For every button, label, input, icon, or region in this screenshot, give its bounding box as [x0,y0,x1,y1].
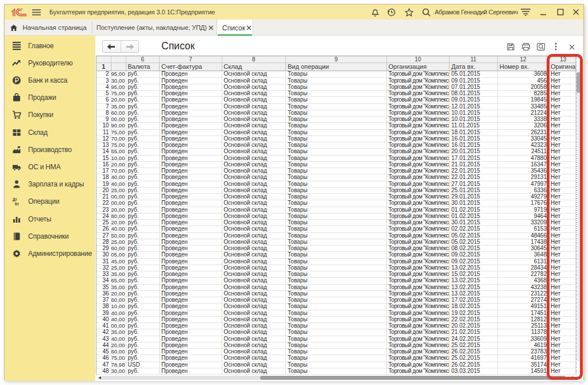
svg-text:Кт: Кт [15,202,19,206]
